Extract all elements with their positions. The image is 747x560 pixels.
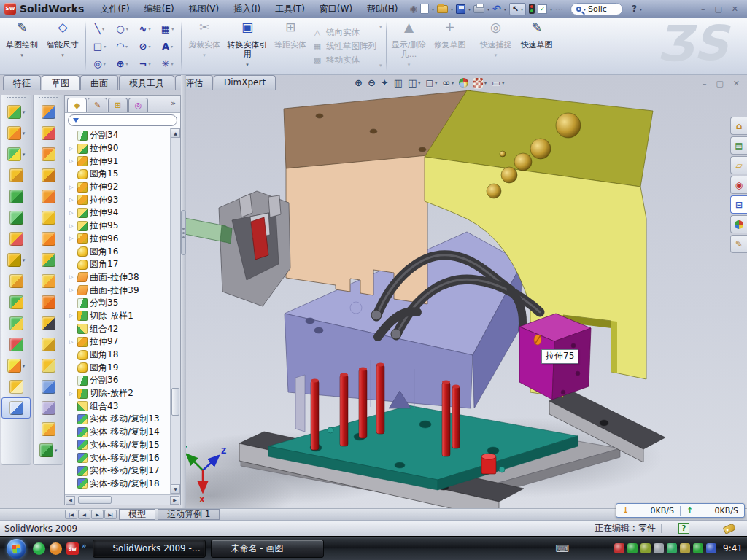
rapid-sketch-button[interactable]: ✎ 快速草图	[516, 20, 557, 73]
expand-arrow-icon[interactable]	[69, 287, 75, 293]
feature-tree-item[interactable]: 曲面-拉伸39	[67, 284, 180, 297]
view-tool-button[interactable]: ◫	[406, 77, 422, 89]
feature-tree-item[interactable]: 拉伸93	[67, 193, 180, 206]
sketch-entity-button[interactable]: ◎	[88, 55, 111, 73]
scrollbar-thumb[interactable]	[78, 496, 112, 504]
feature-tree-item[interactable]: 拉伸96	[67, 233, 180, 246]
feature-tree-item[interactable]: 实体-移动/复制17	[67, 464, 180, 478]
expand-arrow-icon[interactable]	[69, 274, 75, 280]
manager-tab[interactable]: ◎	[128, 98, 148, 112]
toolbar-button[interactable]	[34, 355, 63, 376]
toolbar-button[interactable]	[1, 249, 31, 271]
feature-tree-item[interactable]: 拉伸92	[67, 181, 180, 194]
view-tool-button[interactable]: ⊖	[366, 77, 377, 89]
part-thin-plate[interactable]	[295, 375, 305, 432]
linear-pattern-button[interactable]: ▦ 线性草图阵列	[312, 41, 376, 52]
options-list-icon[interactable]: ✓	[538, 4, 547, 14]
feature-tree-item[interactable]: 切除-放样1	[67, 310, 180, 323]
graphics-viewport[interactable]: Y Z X ⊕⊖✦▥◫◻∞●▩▭ – ▢ ✕ ⌂▤▱◉⊟●✎ 拉伸75	[181, 75, 747, 508]
smart-dimension-button[interactable]: ◇ 智能尺寸	[42, 20, 83, 73]
task-pane-tab[interactable]: ✎	[730, 235, 747, 253]
tree-vertical-scrollbar[interactable]: ▲ ▼	[170, 128, 180, 494]
help-icon[interactable]: ?	[632, 4, 637, 14]
search-dropdown-icon[interactable]: ▾	[584, 7, 586, 12]
chevron-down-icon[interactable]: ▾	[504, 7, 506, 12]
feature-tree-item[interactable]: 组合42	[67, 322, 180, 335]
tray-icon[interactable]	[706, 543, 716, 553]
scroll-down-icon[interactable]: ▼	[171, 484, 180, 494]
expand-arrow-icon[interactable]	[69, 391, 75, 397]
menu-item[interactable]: 文件(F)	[93, 1, 136, 18]
taskbar-task-button[interactable]: SolidWorks 2009 - ...	[93, 540, 206, 558]
menu-item[interactable]: 视图(V)	[182, 1, 227, 18]
feature-tree-item[interactable]: 拉伸94	[67, 206, 180, 219]
quick-launch-icon[interactable]	[33, 542, 45, 555]
display-delete-relations-button[interactable]: ▲ 显示/删除几...	[389, 20, 430, 73]
sketch-entity-button[interactable]: ◠	[111, 38, 133, 55]
toolbar-button[interactable]	[34, 186, 63, 207]
select-tool-button[interactable]: ↖▾	[509, 3, 526, 15]
sketch-entity-button[interactable]: A	[156, 38, 179, 55]
toolbar-button[interactable]	[1, 101, 31, 122]
tag-icon[interactable]	[723, 523, 737, 534]
expand-arrow-icon[interactable]	[69, 313, 75, 319]
tray-icon[interactable]	[693, 543, 703, 553]
expand-arrow-icon[interactable]	[69, 236, 75, 241]
tray-icon[interactable]	[654, 543, 664, 553]
new-document-icon[interactable]	[420, 4, 429, 14]
toolbar-button[interactable]	[1, 122, 31, 144]
sketch-entity-button[interactable]: ✳	[156, 55, 179, 73]
tab-nav-button[interactable]: ◀	[78, 510, 90, 519]
menu-item[interactable]: 窗口(W)	[312, 1, 360, 18]
sketch-entity-button[interactable]: □	[88, 38, 111, 55]
toolbar-button[interactable]	[1, 334, 31, 355]
command-tab[interactable]: 曲面	[80, 75, 118, 90]
sketch-entity-button[interactable]: ⊘	[133, 38, 156, 55]
toolbar-button[interactable]	[34, 419, 63, 440]
pin-icon[interactable]: ◉	[409, 4, 417, 14]
print-icon[interactable]	[473, 5, 484, 13]
toolbar-button[interactable]	[34, 207, 63, 228]
toolbar-button[interactable]	[34, 165, 63, 186]
expand-arrow-icon[interactable]	[69, 158, 75, 164]
feature-tree-item[interactable]: 圆角15	[67, 168, 180, 181]
doc-minimize-button[interactable]: –	[703, 79, 707, 88]
search-input[interactable]: Solic	[588, 4, 617, 14]
more-tools-icon[interactable]: ⋯	[555, 4, 563, 14]
toolbar-button[interactable]	[1, 165, 31, 186]
offset-entities-button[interactable]: ⊞ 等距实体	[270, 20, 311, 73]
sketch-entity-button[interactable]: ○	[111, 20, 133, 38]
feature-tree-item[interactable]: 实体-移动/复制18	[67, 478, 180, 491]
menu-item[interactable]: 工具(T)	[268, 1, 312, 18]
toolbar-button[interactable]	[34, 249, 63, 271]
command-tab[interactable]: DimXpert	[214, 75, 276, 90]
toolbar-button[interactable]	[34, 334, 63, 355]
tree-horizontal-scrollbar[interactable]: ◀ ▶	[65, 494, 180, 505]
feature-tree-item[interactable]: 实体-移动/复制13	[67, 413, 180, 426]
tab-nav-button[interactable]: |◀	[65, 510, 77, 519]
menu-item[interactable]: 帮助(H)	[360, 1, 405, 18]
network-speed-widget[interactable]: ↓ 0KB/S ↑ 0KB/S	[616, 503, 745, 518]
document-tab[interactable]: 运动算例 1	[158, 509, 220, 520]
sketch-entity-button[interactable]: ▦	[156, 20, 179, 38]
expand-arrow-icon[interactable]	[69, 339, 75, 345]
toolbar-button[interactable]	[34, 313, 63, 334]
feature-tree-item[interactable]: 圆角16	[67, 245, 180, 258]
quick-snaps-button[interactable]: ◎ 快速捕捉	[476, 20, 516, 73]
save-icon[interactable]	[456, 4, 465, 14]
status-help-icon[interactable]: ?	[678, 523, 689, 534]
feature-tree-item[interactable]: 实体-移动/复制14	[67, 426, 180, 439]
chevron-down-icon[interactable]	[246, 59, 249, 65]
toolbar-button[interactable]	[34, 228, 63, 249]
toolbar-button[interactable]	[1, 292, 31, 313]
toolbar-button[interactable]	[1, 313, 31, 334]
view-tool-button[interactable]: ✦	[379, 77, 390, 89]
traffic-light-icon[interactable]	[529, 4, 535, 14]
chevron-down-icon[interactable]: ▾	[432, 7, 434, 12]
sketch-button[interactable]: ✎ 草图绘制	[1, 20, 42, 73]
chevron-down-icon[interactable]: ▾	[640, 7, 642, 12]
keyboard-layout-icon[interactable]: ⌨	[555, 543, 569, 554]
tray-icon[interactable]	[640, 543, 651, 553]
menu-item[interactable]: 插入(I)	[226, 1, 268, 18]
toolbar-drag-handle[interactable]	[39, 97, 58, 99]
